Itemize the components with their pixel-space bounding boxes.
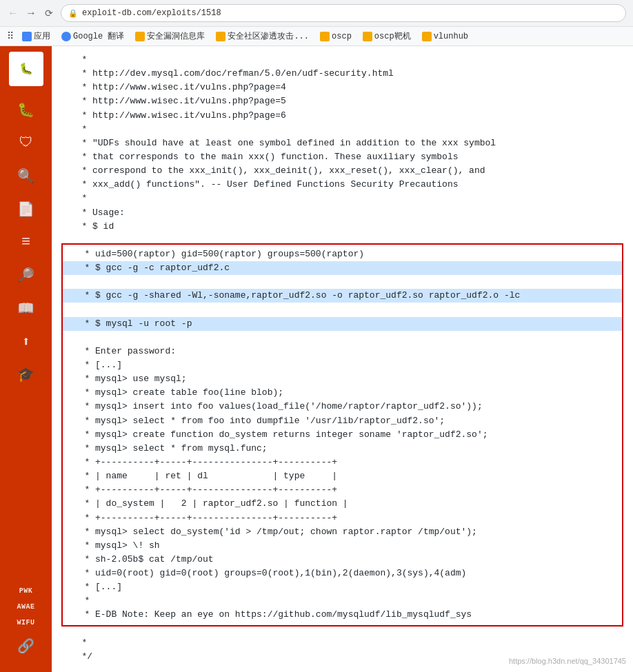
url-text: exploit-db.com/exploits/1518 <box>82 8 221 18</box>
logo-bug-icon: 🐛 <box>19 62 33 76</box>
sidebar-icon-search[interactable]: 🔎 <box>11 260 41 290</box>
lock-icon: 🔒 <box>68 9 78 18</box>
bookmark-apps[interactable]: 应用 <box>18 29 54 43</box>
bookmark-vuln-db[interactable]: 安全漏洞信息库 <box>131 29 209 43</box>
browser-chrome: ← → ⟳ 🔒 exploit-db.com/exploits/1518 ⠿ 应… <box>0 0 633 46</box>
sidebar-icon-upload[interactable]: ⬆ <box>11 326 41 356</box>
sidebar-icon-book[interactable]: 📖 <box>11 293 41 323</box>
bookmark-google-translate[interactable]: Google 翻译 <box>57 29 128 43</box>
highlighted-code-box: * uid=500(raptor) gid=500(raptor) groups… <box>61 243 623 627</box>
pwk-label: PWK <box>19 587 33 595</box>
bookmark-security-community[interactable]: 安全社区渗透攻击... <box>212 29 313 43</box>
apps-icon[interactable]: ⠿ <box>6 29 15 43</box>
content-area[interactable]: * * http://dev.mysql.com/doc/refman/5.0/… <box>52 46 633 672</box>
sidebar-icon-shield[interactable]: 🛡 <box>11 128 41 158</box>
forward-button[interactable]: → <box>25 7 37 19</box>
sidebar-item-pwk[interactable]: PWK <box>19 583 33 598</box>
sidebar-icon-graduate[interactable]: 🎓 <box>11 359 41 389</box>
sidebar-icon-globe[interactable]: 🔍 <box>11 161 41 191</box>
reload-button[interactable]: ⟳ <box>43 7 55 19</box>
bookmark-oscp-target[interactable]: oscp靶机 <box>359 29 415 43</box>
awae-label: AWAE <box>17 603 34 611</box>
sidebar-icon-list[interactable]: ≡ <box>11 227 41 257</box>
main-layout: 🐛 🐛 🛡 🔍 📄 ≡ 🔎 📖 ⬆ 🎓 PWK AWAE WIFU 🔗 * * … <box>0 46 633 672</box>
wifu-label: WIFU <box>17 619 34 627</box>
bookmarks-bar: ⠿ 应用 Google 翻译 安全漏洞信息库 安全社区渗透攻击... oscp … <box>0 26 633 45</box>
code-after-box: * */ #include <stdio.h> <box>52 629 633 672</box>
sidebar-icon-bug[interactable]: 🐛 <box>11 94 41 125</box>
watermark: https://blog.h3dn.net/qq_34301745 <box>509 657 626 665</box>
sidebar-item-wifu[interactable]: WIFU <box>17 615 34 629</box>
sidebar: 🐛 🐛 🛡 🔍 📄 ≡ 🔎 📖 ⬆ 🎓 PWK AWAE WIFU 🔗 <box>0 46 52 672</box>
bookmark-vlunhub[interactable]: vlunhub <box>418 30 472 43</box>
titlebar: ← → ⟳ 🔒 exploit-db.com/exploits/1518 <box>0 0 633 26</box>
sidebar-item-awae[interactable]: AWAE <box>17 599 34 613</box>
sidebar-icon-file[interactable]: 📄 <box>11 194 41 224</box>
back-button[interactable]: ← <box>7 7 19 19</box>
code-before-box: * * http://dev.mysql.com/doc/refman/5.0/… <box>52 46 633 241</box>
address-bar[interactable]: 🔒 exploit-db.com/exploits/1518 <box>61 4 626 22</box>
bookmark-oscp[interactable]: oscp <box>316 30 356 43</box>
sidebar-logo[interactable]: 🐛 <box>9 52 43 86</box>
sidebar-bottom: PWK AWAE WIFU 🔗 <box>0 583 52 666</box>
sidebar-icon-link[interactable]: 🔗 <box>11 631 41 661</box>
